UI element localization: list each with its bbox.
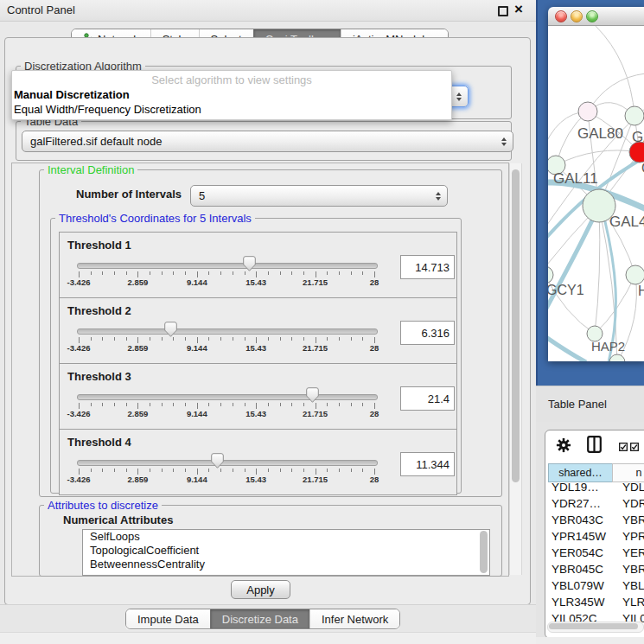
thresholds-title: Threshold's Coordinates for 5 Intervals bbox=[55, 212, 255, 225]
threshold-value-field[interactable]: 14.713 bbox=[400, 255, 455, 279]
slider-tick bbox=[150, 337, 150, 341]
slider-tick bbox=[374, 469, 375, 475]
network-node[interactable] bbox=[625, 106, 644, 125]
cell-name: YBR0 bbox=[617, 513, 644, 530]
checkbox-checked-icon[interactable] bbox=[619, 441, 628, 454]
table-row[interactable]: YLR345WYLR3 bbox=[545, 596, 644, 612]
checkbox-checked-icon[interactable] bbox=[630, 441, 639, 454]
numerical-attributes-list[interactable]: SelfLoopsTopologicalCoefficientBetweenne… bbox=[82, 529, 490, 576]
slider-tick bbox=[91, 469, 92, 472]
slider-tick-label: 2.859 bbox=[128, 409, 149, 418]
table-row[interactable]: YER054CYER0 bbox=[545, 546, 644, 563]
tab-discretize-data[interactable]: Discretize Data bbox=[210, 609, 309, 628]
table-row[interactable]: YDR27…YDR2 bbox=[545, 497, 644, 513]
threshold-value-field[interactable]: 21.4 bbox=[400, 386, 455, 411]
network-view-window[interactable]: GAL80GACGAL11GAL4GCY1HHAP2 bbox=[548, 7, 644, 361]
slider-tick-label: 9.144 bbox=[187, 277, 207, 287]
threshold-value-field[interactable]: 6.316 bbox=[400, 321, 455, 345]
network-node-label: GAL80 bbox=[577, 125, 623, 142]
gear-icon[interactable] bbox=[556, 437, 571, 456]
attribute-item-selfloops[interactable]: SelfLoops bbox=[83, 530, 489, 544]
slider-tick-label: 21.715 bbox=[303, 277, 328, 287]
scrollbar-thumb[interactable] bbox=[512, 169, 520, 482]
slider-track[interactable] bbox=[77, 328, 378, 335]
attribute-item-betweennesscentrality[interactable]: BetweennessCentrality bbox=[83, 558, 489, 571]
slider-track[interactable] bbox=[77, 394, 378, 400]
slider-tick-label: 2.859 bbox=[128, 475, 149, 484]
slider-thumb[interactable] bbox=[243, 256, 256, 271]
slider-tick bbox=[280, 469, 281, 472]
network-canvas[interactable]: GAL80GACGAL11GAL4GCY1HHAP2 bbox=[548, 26, 644, 361]
table-data-combobox[interactable]: galFiltered.sif default node bbox=[22, 131, 513, 152]
slider-tick bbox=[185, 337, 186, 341]
table-row[interactable]: YDL19…YDL1 bbox=[545, 481, 644, 497]
slider-tick bbox=[162, 271, 163, 275]
cell-shared-name: YLR345W bbox=[545, 596, 617, 612]
table-panel-title: Table Panel bbox=[548, 398, 607, 411]
float-window-icon[interactable] bbox=[498, 6, 508, 16]
tab-label: Infer Network bbox=[322, 613, 388, 626]
slider-thumb[interactable] bbox=[164, 322, 177, 337]
attributes-title: Attributes to discretize bbox=[44, 499, 162, 512]
network-node-label: GCY1 bbox=[548, 283, 584, 297]
number-of-intervals-combobox[interactable]: 5 bbox=[190, 185, 448, 207]
slider-tick bbox=[316, 469, 316, 475]
bottom-strip-2 bbox=[0, 632, 536, 644]
slider-tick-label: 21.715 bbox=[303, 343, 328, 353]
slider-tick bbox=[268, 403, 269, 406]
network-node[interactable] bbox=[626, 265, 644, 284]
slider-tick bbox=[351, 337, 352, 341]
network-node[interactable] bbox=[609, 354, 625, 361]
list-scrollbar-thumb[interactable] bbox=[480, 531, 488, 573]
threshold-label: Threshold 3 bbox=[67, 370, 131, 383]
tab-impute-data[interactable]: Impute Data bbox=[126, 609, 210, 628]
table-hscrollbar[interactable] bbox=[547, 622, 644, 633]
apply-button[interactable]: Apply bbox=[231, 580, 290, 599]
network-node[interactable] bbox=[548, 266, 553, 284]
slider-tick bbox=[137, 469, 138, 475]
column-header-name[interactable]: n bbox=[612, 463, 644, 482]
slider-thumb[interactable] bbox=[211, 453, 224, 469]
slider-tick bbox=[126, 403, 127, 406]
table-row[interactable]: YPR145WYPR1 bbox=[545, 530, 644, 546]
close-traffic-light-icon[interactable] bbox=[555, 10, 567, 22]
slider-tick bbox=[339, 469, 340, 472]
cell-shared-name: YER054C bbox=[545, 546, 617, 563]
slider-tick bbox=[316, 337, 316, 343]
panel-title: Control Panel bbox=[7, 3, 75, 16]
slider-tick-label: 28 bbox=[370, 409, 379, 418]
network-node[interactable] bbox=[578, 102, 597, 121]
table-row[interactable]: YBL079WYBL0 bbox=[545, 579, 644, 596]
algorithm-option-manual[interactable]: Manual Discretization bbox=[14, 88, 130, 101]
slider-tick bbox=[185, 469, 186, 472]
slider-tick bbox=[233, 271, 233, 275]
slider-tick bbox=[150, 271, 150, 275]
close-icon[interactable]: × bbox=[514, 1, 523, 18]
slider-tick bbox=[256, 469, 257, 475]
slider-tick bbox=[351, 271, 352, 275]
cell-shared-name: YBR045C bbox=[545, 563, 617, 579]
slider-tick bbox=[102, 271, 103, 275]
algorithm-option-equal-width[interactable]: Equal Width/Frequency Discretization bbox=[14, 103, 201, 116]
split-columns-icon[interactable] bbox=[587, 436, 602, 456]
network-window-titlebar bbox=[548, 7, 644, 26]
hscrollbar-thumb[interactable] bbox=[549, 623, 638, 629]
table-row[interactable]: YBR045CYBR0 bbox=[545, 563, 644, 579]
slider-track[interactable] bbox=[77, 460, 378, 466]
column-header-shared-name[interactable]: shared… bbox=[548, 463, 613, 482]
slider-track[interactable] bbox=[77, 263, 378, 269]
slider-tick bbox=[316, 271, 316, 277]
cytoscape-window: Control Panel × NetworkStyleSelectCyni T… bbox=[0, 0, 644, 644]
slider-tick bbox=[291, 469, 292, 472]
slider-tick bbox=[137, 337, 138, 343]
threshold-label: Threshold 4 bbox=[67, 436, 131, 449]
minimize-traffic-light-icon[interactable] bbox=[571, 10, 583, 22]
tab-infer-network[interactable]: Infer Network bbox=[309, 609, 399, 628]
slider-tick-label: -3.426 bbox=[67, 409, 91, 418]
table-row[interactable]: YBR043CYBR0 bbox=[545, 513, 644, 530]
attribute-item-topologicalcoefficient[interactable]: TopologicalCoefficient bbox=[83, 544, 489, 558]
settings-scrollbar[interactable] bbox=[509, 163, 522, 575]
slider-thumb[interactable] bbox=[306, 387, 319, 403]
zoom-traffic-light-icon[interactable] bbox=[586, 10, 598, 22]
threshold-value-field[interactable]: 11.344 bbox=[400, 452, 455, 476]
